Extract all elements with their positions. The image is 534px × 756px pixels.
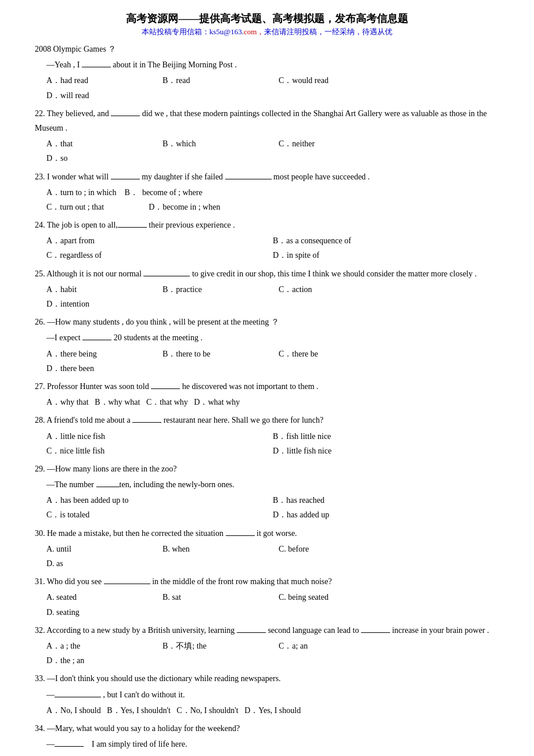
q34-text: 34. —Mary, what would you say to a holid… xyxy=(35,721,499,736)
q25-d: D．intention xyxy=(46,297,157,311)
q22-d: D．so xyxy=(46,151,157,165)
q34-a: A．You've just taken the words out of my … xyxy=(46,753,499,756)
q26-options: A．there being B．there to be C．there be D… xyxy=(46,347,499,376)
q22-options: A．that B．which C．neither D．so xyxy=(46,136,499,165)
q31-c: C. being seated xyxy=(279,590,389,604)
q24-c: C．regardless of xyxy=(46,248,273,262)
question-33: 33. —I don't think you should use the di… xyxy=(35,671,499,718)
q34-line2: — I am simply tired of life here. xyxy=(46,737,499,751)
q26-text: 26. —How many students , do you think , … xyxy=(35,315,499,329)
q30-c: C. before xyxy=(279,542,389,556)
question-25: 25. Although it is not our normal to giv… xyxy=(35,267,499,312)
q28-b: B．fish little nice xyxy=(273,429,499,444)
q25-text: 25. Although it is not our normal to giv… xyxy=(35,267,499,281)
question-27: 27. Professor Hunter was soon told he di… xyxy=(35,379,499,409)
q28-d: D．little fish nice xyxy=(273,444,499,458)
q32-text: 32. According to a new study by a Britis… xyxy=(35,623,499,638)
question-24: 24. The job is open to all, their previo… xyxy=(35,218,499,263)
q31-options: A. seated B. sat C. being seated D. seat… xyxy=(46,590,499,619)
q27-a: A．why that B．why what C．that why D．what … xyxy=(46,398,240,406)
q33-inline: A．No, I should B．Yes, I shouldn't C．No, … xyxy=(46,706,301,715)
option-b: B．read xyxy=(163,73,273,88)
q26-b: B．there to be xyxy=(163,347,273,361)
q26-c: C．there be xyxy=(279,347,389,361)
q29-b: B．has reached xyxy=(273,493,499,507)
q32-d: D．the ; an xyxy=(46,653,157,668)
q28-a: A．little nice fish xyxy=(46,429,273,444)
q24-options: A．apart from B．as a consequence of C．reg… xyxy=(46,233,499,262)
q22-c: C．neither xyxy=(279,136,389,151)
q32-b: B．不填; the xyxy=(163,639,273,653)
q22-a: A．that xyxy=(46,136,157,151)
q32-options: A．a ; the B．不填; the C．a; an D．the ; an xyxy=(46,639,499,668)
q23-options: A．turn to ; in which B． become of ; wher… xyxy=(46,185,499,214)
q26-line2: —I expect 20 students at the meeting . xyxy=(46,330,499,345)
subtitle-suffix: 来信请注明投稿，一经采纳，待遇从优 xyxy=(264,27,392,36)
q30-options: A. until B. when C. before D. as xyxy=(46,542,499,571)
q23-row1: A．turn to ; in which B． become of ; wher… xyxy=(46,185,499,200)
q33-options: A．No, I should B．Yes, I shouldn't C．No, … xyxy=(46,703,499,718)
subtitle-com: com， xyxy=(244,27,264,36)
q29-a: A．has been added up to xyxy=(46,493,273,507)
q24-text: 24. The job is open to all, their previo… xyxy=(35,218,499,232)
option-d: D．will read xyxy=(46,88,157,103)
q33-text: 33. —I don't think you should use the di… xyxy=(35,671,499,686)
intro-line1: 2008 Olympic Games ？ xyxy=(35,42,499,56)
option-c: C．would read xyxy=(279,73,389,88)
q29-d: D．has added up xyxy=(273,507,499,522)
q33-line2: — , but I can't do without it. xyxy=(46,687,499,702)
question-31: 31. Who did you see in the middle of the… xyxy=(35,574,499,620)
q24-d: D．in spite of xyxy=(273,248,499,262)
q31-a: A. seated xyxy=(46,590,157,604)
q26-a: A．there being xyxy=(46,347,157,361)
q24-b: B．as a consequence of xyxy=(273,233,499,248)
q23-row2: C．turn out ; that D．become in ; when xyxy=(46,200,499,214)
header-title: 高考资源网——提供高考试题、高考模拟题，发布高考信息题 xyxy=(35,12,499,26)
question-28: 28. A friend's told me about a restauran… xyxy=(35,413,499,458)
q31-d: D. seating xyxy=(46,605,157,620)
q25-c: C．action xyxy=(279,282,389,297)
q25-options: A．habit B．practice C．action D．intention xyxy=(46,282,499,311)
q32-a: A．a ; the xyxy=(46,639,157,653)
q25-a: A．habit xyxy=(46,282,157,297)
question-23: 23. I wonder what will my daughter if sh… xyxy=(35,170,499,215)
q29-line2: —The number ten, including the newly-bor… xyxy=(46,477,499,492)
header-subtitle: 本站投稿专用信箱：ks5u@163.com，来信请注明投稿，一经采纳，待遇从优 xyxy=(35,27,499,37)
q30-b: B. when xyxy=(163,542,273,556)
question-34: 34. —Mary, what would you say to a holid… xyxy=(35,721,499,756)
question-26: 26. —How many students , do you think , … xyxy=(35,315,499,376)
intro-line2: —Yeah , I about it in The Beijing Mornin… xyxy=(46,57,499,72)
q27-options: A．why that B．why what C．that why D．what … xyxy=(46,395,499,409)
content-area: 2008 Olympic Games ？ —Yeah , I about it … xyxy=(35,42,499,756)
q26-d: D．there been xyxy=(46,361,157,376)
q25-b: B．practice xyxy=(163,282,273,297)
q32-c: C．a; an xyxy=(279,639,389,653)
question-32: 32. According to a new study by a Britis… xyxy=(35,623,499,668)
q28-options: A．little nice fish B．fish little nice C．… xyxy=(46,429,499,458)
q22-text: 22. They believed, and did we , that the… xyxy=(35,106,499,135)
q34-options: A．You've just taken the words out of my … xyxy=(46,753,499,756)
q30-text: 30. He made a mistake, but then he corre… xyxy=(35,526,499,541)
question-30: 30. He made a mistake, but then he corre… xyxy=(35,526,499,571)
q22-b: B．which xyxy=(163,136,273,151)
page-header: 高考资源网——提供高考试题、高考模拟题，发布高考信息题 本站投稿专用信箱：ks5… xyxy=(35,12,499,37)
q23-text: 23. I wonder what will my daughter if sh… xyxy=(35,170,499,184)
q30-a: A. until xyxy=(46,542,157,556)
question-29: 29. —How many lions are there in the zoo… xyxy=(35,462,499,523)
q29-options: A．has been added up to B．has reached C．i… xyxy=(46,493,499,522)
q28-c: C．nice little fish xyxy=(46,444,273,458)
q29-c: C．is totaled xyxy=(46,507,273,522)
q31-text: 31. Who did you see in the middle of the… xyxy=(35,574,499,589)
q30-d: D. as xyxy=(46,556,157,571)
subtitle-prefix: 本站投稿专用信箱：ks5u@163. xyxy=(142,27,244,36)
question-intro: 2008 Olympic Games ？ —Yeah , I about it … xyxy=(35,42,499,103)
q27-text: 27. Professor Hunter was soon told he di… xyxy=(35,379,499,394)
q28-text: 28. A friend's told me about a restauran… xyxy=(35,413,499,427)
option-a: A．had read xyxy=(46,73,157,88)
q31-b: B. sat xyxy=(163,590,273,604)
intro-options: A．had read B．read C．would read D．will re… xyxy=(46,73,499,102)
question-22: 22. They believed, and did we , that the… xyxy=(35,106,499,166)
q29-text: 29. —How many lions are there in the zoo… xyxy=(35,462,499,476)
q24-a: A．apart from xyxy=(46,233,273,248)
